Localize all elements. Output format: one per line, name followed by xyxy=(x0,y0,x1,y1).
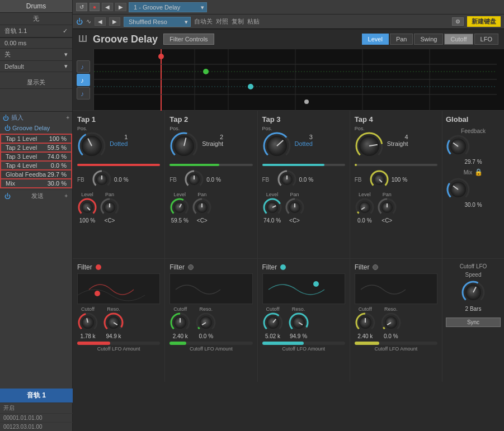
tap2-level-col: Level 59.5 % xyxy=(169,192,190,224)
global-mix-label: Mix xyxy=(464,169,473,176)
param-row-1[interactable]: Tap 2 Level 59.5 % xyxy=(1,143,72,152)
insert-expand[interactable]: + xyxy=(66,115,69,121)
global-feedback-knob[interactable] xyxy=(446,134,470,159)
send-expand[interactable]: + xyxy=(64,193,68,199)
tap1-fb-knob[interactable] xyxy=(92,169,112,190)
show-row[interactable]: 显示关 xyxy=(0,77,72,89)
wu-row: 无 xyxy=(0,13,72,25)
filters-area: Filter Cutoff 1.78 k Reso. xyxy=(73,259,504,382)
tap1-col: Tap 1 Pos. 1 Dotted FB 0.0 % xyxy=(73,111,165,258)
label-paste[interactable]: 粘贴 xyxy=(247,17,260,26)
tap3-slider[interactable] xyxy=(262,164,345,166)
filter1-cutoff-val: 1.78 k xyxy=(77,333,98,339)
new-kbd-btn[interactable]: 新建键盘 xyxy=(467,16,501,27)
tap3-fb-knob[interactable] xyxy=(277,169,297,190)
lfo-speed-knob[interactable] xyxy=(461,280,486,305)
lock-icon[interactable]: 🔒 xyxy=(474,168,483,176)
seq-icon-btn3[interactable]: ♪ xyxy=(77,87,90,100)
filter4-cutoff-col: Cutoff 2.40 k xyxy=(355,306,376,339)
filter2-cutoff-knob[interactable] xyxy=(169,312,191,333)
filter3-reso-knob[interactable] xyxy=(288,312,309,333)
tab-pan[interactable]: Pan xyxy=(390,34,413,45)
tap1-fb-label: FB xyxy=(77,177,90,183)
back2-btn[interactable]: ◀ xyxy=(95,17,106,26)
filter-controls-btn[interactable]: Filter Controls xyxy=(163,34,214,45)
filter3-lfo-slider[interactable] xyxy=(262,342,345,345)
groove-delay-item[interactable]: ⏻ Groove Delay xyxy=(0,124,72,132)
filter1-cutoff-knob[interactable] xyxy=(77,312,98,333)
tab-level[interactable]: Level xyxy=(362,34,389,45)
default-row[interactable]: Default ▾ xyxy=(0,61,72,72)
gear-btn[interactable]: ⚙ xyxy=(452,17,464,26)
param-row-3[interactable]: Tap 4 Level 0.0 % xyxy=(1,161,72,170)
track-label: 音轨 1.1 xyxy=(4,27,27,35)
tap4-fb-knob[interactable] xyxy=(369,169,389,190)
tap4-pos-knob[interactable] xyxy=(355,131,384,160)
tap1-pos-knob[interactable] xyxy=(77,131,106,160)
label-compare[interactable]: 对照 xyxy=(216,17,228,26)
filter4-cutoff-knob[interactable] xyxy=(355,312,376,333)
tab-swing[interactable]: Swing xyxy=(414,34,443,45)
param-row-2[interactable]: Tap 3 Level 74.0 % xyxy=(1,152,72,161)
param-row-4[interactable]: Global Feedba 29.7 % xyxy=(1,170,72,179)
filter4-reso-knob[interactable] xyxy=(380,312,402,333)
tap3-pos-knob[interactable] xyxy=(262,131,291,160)
loop-btn[interactable]: ↺ xyxy=(76,3,87,11)
global-mix-knob[interactable] xyxy=(446,177,470,202)
filter2-lfo-slider[interactable] xyxy=(169,342,252,345)
filter4-wave-svg xyxy=(355,274,437,305)
filter2-wave-svg xyxy=(170,274,252,305)
tap1-slider[interactable] xyxy=(77,164,160,166)
filter4-lfo-slider[interactable] xyxy=(355,342,437,345)
filter2-cutoff-col: Cutoff 2.40 k xyxy=(169,306,191,339)
filter1-reso-knob[interactable] xyxy=(103,312,124,333)
tap2-pan-knob[interactable] xyxy=(192,197,212,217)
music-note-icon2: ♪ xyxy=(79,76,87,84)
filter3-reso-val: 94.9 % xyxy=(288,333,309,339)
tap2-slider[interactable] xyxy=(169,164,252,166)
label-copy[interactable]: 复制 xyxy=(232,17,244,26)
forward-btn[interactable]: ▶ xyxy=(115,3,126,11)
tap2-fb-knob[interactable] xyxy=(184,169,204,190)
seq-icon-btn1[interactable]: ♪ xyxy=(77,60,90,73)
tab-lfo[interactable]: LFO xyxy=(474,34,498,45)
forward2-btn[interactable]: ▶ xyxy=(109,17,120,26)
param-row-5[interactable]: Mix 30.0 % xyxy=(1,179,72,188)
filter2-label: Filter xyxy=(169,263,185,271)
tap1-fb-val: 0.0 % xyxy=(114,177,129,183)
filter3-cutoff-knob[interactable] xyxy=(262,312,284,333)
tap4-title: Tap 4 xyxy=(355,115,437,124)
param-name-3: Tap 4 Level xyxy=(6,162,37,169)
back-btn[interactable]: ◀ xyxy=(102,3,113,11)
filter2-reso-knob[interactable] xyxy=(195,312,216,333)
tap3-pan-knob[interactable] xyxy=(285,197,305,217)
tap1-level-knob[interactable] xyxy=(77,197,97,217)
filter3-dot[interactable] xyxy=(280,264,286,270)
filter2-dot[interactable] xyxy=(188,264,194,270)
off-row[interactable]: 关 ▾ xyxy=(0,49,72,61)
tap4-pan-knob[interactable] xyxy=(377,197,397,217)
filter4-wave xyxy=(355,273,437,304)
time-row: 0.00 ms xyxy=(0,38,72,49)
param-row-0[interactable]: Tap 1 Level 100 % xyxy=(1,134,72,143)
label-auto[interactable]: 自动关 xyxy=(194,17,213,26)
sync-btn[interactable]: Sync xyxy=(446,318,501,327)
tap4-level-knob[interactable] xyxy=(355,197,375,217)
filter4-dot[interactable] xyxy=(373,264,378,270)
filter4-reso-label: Reso. xyxy=(380,306,402,312)
preset-dropdown[interactable]: 1 - Groove Delay ▾ xyxy=(129,2,207,12)
filter1-wave-svg xyxy=(78,274,159,305)
tap4-level-col: Level 0.0 % xyxy=(355,192,375,224)
tap1-pan-knob[interactable] xyxy=(100,197,120,217)
svg-text:♪: ♪ xyxy=(81,77,84,84)
tap3-level-knob[interactable] xyxy=(262,197,282,217)
preset2-dropdown[interactable]: Shuffled Reso ▾ xyxy=(124,17,191,27)
tap4-slider[interactable] xyxy=(355,164,437,166)
seq-icon-btn2[interactable]: ♪ xyxy=(77,74,90,86)
filter1-dot[interactable] xyxy=(96,264,101,270)
filter1-lfo-slider[interactable] xyxy=(77,342,160,345)
record-btn[interactable]: ● xyxy=(90,3,100,11)
tab-cutoff[interactable]: Cutoff xyxy=(444,34,473,45)
tap2-pos-knob[interactable] xyxy=(169,131,199,160)
tap2-level-knob[interactable] xyxy=(169,197,190,217)
